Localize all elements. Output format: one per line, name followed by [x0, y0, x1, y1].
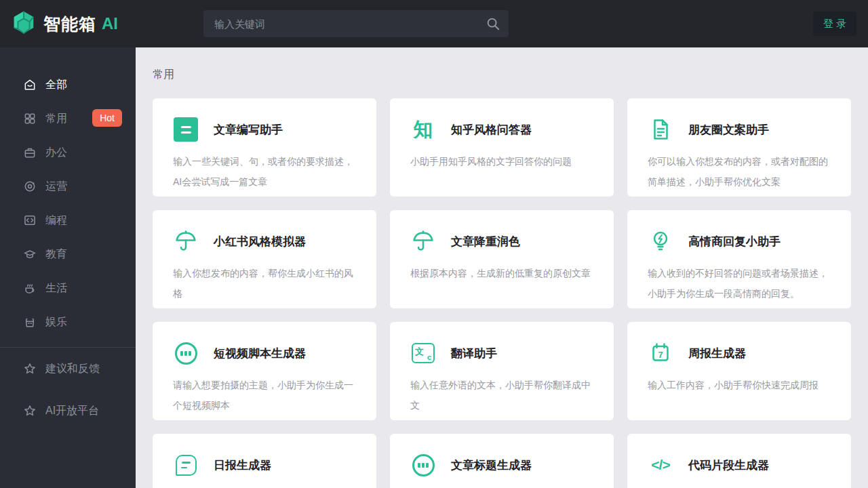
card-title: 代码片段生成器 [688, 458, 769, 473]
card-article-writer[interactable]: 文章编写助手 输入一些关键词、句，或者你的要求描述，AI会尝试写成一篇文章 [153, 98, 376, 197]
card-description: 输入你想发布的内容，帮你生成小红书的风格 [173, 263, 356, 304]
search-input[interactable] [214, 18, 486, 30]
card-moments-copy[interactable]: 朋友圈文案助手 你可以输入你想发布的内容，或者对配图的简单描述，小助手帮你优化文… [627, 98, 851, 197]
sidebar-item-all[interactable]: 全部 [0, 68, 136, 102]
svg-text:7: 7 [658, 350, 663, 360]
app-logo[interactable]: 智能箱 AI [0, 9, 136, 38]
card-title: 小红书风格模拟器 [214, 234, 306, 249]
bulb-bolt-icon [648, 228, 673, 254]
calendar-icon: 7 [648, 340, 673, 366]
hot-badge: Hot [92, 109, 122, 127]
coffee-icon [23, 281, 37, 295]
star-icon [23, 362, 37, 375]
card-title: 高情商回复小助手 [688, 234, 781, 249]
umbrella-icon [173, 228, 199, 254]
card-description: 输入任意外语的文本，小助手帮你翻译成中文 [410, 375, 593, 415]
document-icon [648, 117, 673, 142]
login-button[interactable]: 登 录 [813, 12, 856, 36]
app-title-suffix: AI [102, 14, 118, 33]
card-grid: 文章编写助手 输入一些关键词、句，或者你的要求描述，AI会尝试写成一篇文章 知 … [153, 98, 851, 488]
card-title: 短视频脚本生成器 [214, 346, 306, 361]
circle-badge-icon [173, 340, 199, 366]
card-description: 你可以输入你想发布的内容，或者对配图的简单描述，小助手帮你优化文案 [648, 151, 831, 192]
sidebar-item-life[interactable]: 生活 [0, 271, 136, 305]
sidebar-item-label: 常用 [45, 112, 67, 126]
translate-icon: 文c [410, 340, 436, 366]
card-title: 周报生成器 [688, 346, 746, 361]
sidebar-item-label: 全部 [45, 78, 67, 92]
sidebar-item-label: 建议和反馈 [45, 362, 100, 376]
sidebar-item-common[interactable]: 常用 Hot [0, 102, 136, 136]
sidebar-item-entertainment[interactable]: 娱乐 [0, 305, 136, 339]
card-title: 日报生成器 [214, 458, 271, 473]
search-icon[interactable] [486, 16, 500, 31]
card-description: 输入工作内容，小助手帮你快速完成周报 [648, 375, 831, 395]
align-lines-icon [173, 117, 199, 142]
card-translator[interactable]: 文c 翻译助手 输入任意外语的文本，小助手帮你翻译成中文 [390, 322, 614, 420]
graduation-cap-icon [23, 247, 37, 261]
star-icon [23, 404, 37, 418]
cube-logo-icon [11, 9, 37, 38]
game-icon [23, 315, 37, 329]
code-icon [23, 214, 37, 227]
sidebar-item-label: AI开放平台 [45, 404, 99, 418]
card-description: 输入一些关键词、句，或者你的要求描述，AI会尝试写成一篇文章 [173, 151, 356, 192]
card-code-snippet-generator[interactable]: </> 代码片段生成器 描述你想要的功能，输出一个代码片段 [627, 434, 851, 488]
sidebar-item-programming[interactable]: 编程 [0, 203, 136, 237]
card-zhihu-qa[interactable]: 知 知乎风格问答器 小助手用知乎风格的文字回答你的问题 [390, 98, 614, 197]
circle-badge-icon [410, 452, 436, 478]
card-weekly-report[interactable]: 7 周报生成器 输入工作内容，小助手帮你快速完成周报 [627, 322, 851, 420]
sidebar-item-education[interactable]: 教育 [0, 237, 136, 271]
sidebar-item-operations[interactable]: 运营 [0, 169, 136, 203]
sidebar-item-label: 编程 [45, 214, 67, 228]
umbrella-icon [410, 228, 436, 254]
topbar: 智能箱 AI 登 录 [0, 0, 868, 47]
card-description: 小助手用知乎风格的文字回答你的问题 [410, 151, 593, 171]
card-title: 朋友圈文案助手 [688, 122, 769, 138]
card-eq-reply[interactable]: 高情商回复小助手 输入收到的不好回答的问题或者场景描述，小助手为你生成一段高情商… [627, 210, 851, 308]
app-title: 智能箱 [43, 13, 96, 35]
sidebar-item-open-platform[interactable]: AI开放平台 [0, 390, 136, 432]
sidebar-item-label: 办公 [45, 146, 67, 160]
card-short-video-script[interactable]: 短视频脚本生成器 请输入想要拍摄的主题，小助手为你生成一个短视频脚本 [153, 322, 376, 420]
zhihu-icon: 知 [410, 117, 436, 142]
card-xiaohongshu-style[interactable]: 小红书风格模拟器 输入你想发布的内容，帮你生成小红书的风格 [153, 210, 376, 308]
sidebar-item-label: 生活 [45, 281, 67, 296]
sidebar-item-label: 运营 [45, 180, 67, 194]
card-article-title-generator[interactable]: 文章标题生成器 请输入需要起标题的文案,小助手为你生成五个 [390, 434, 614, 488]
card-daily-report[interactable]: 日报生成器 输入工作内容，小助手帮你快速完成日报 [153, 434, 376, 488]
main-content: 常用 文章编写助手 输入一些关键词、句，或者你的要求描述，AI会尝试写成一篇文章… [136, 47, 868, 488]
card-title: 文章编写助手 [214, 122, 283, 138]
section-title: 常用 [153, 47, 851, 98]
card-title: 文章降重润色 [451, 234, 520, 249]
grid-icon [23, 112, 37, 125]
card-title: 文章标题生成器 [451, 458, 532, 473]
card-description: 请输入想要拍摄的主题，小助手为你生成一个短视频脚本 [173, 375, 356, 415]
home-icon [23, 78, 37, 92]
sidebar-item-office[interactable]: 办公 [0, 136, 136, 169]
leaf-note-icon [173, 452, 199, 478]
card-article-rewrite[interactable]: 文章降重润色 根据原本内容，生成新的低重复的原创文章 [390, 210, 614, 308]
sidebar-item-label: 娱乐 [45, 315, 67, 329]
briefcase-icon [23, 146, 37, 159]
sidebar-item-label: 教育 [45, 247, 67, 262]
card-title: 知乎风格问答器 [451, 122, 532, 138]
sidebar-item-feedback[interactable]: 建议和反馈 [0, 348, 136, 390]
operations-icon [23, 180, 37, 193]
sidebar-nav: 全部 常用 Hot 办公 运营 编程 教育 生活 娱乐 [0, 47, 136, 339]
card-description: 输入收到的不好回答的问题或者场景描述，小助手为你生成一段高情商的回复。 [648, 263, 831, 304]
search-box [203, 10, 509, 37]
code-icon: </> [648, 452, 673, 478]
sidebar: 全部 常用 Hot 办公 运营 编程 教育 生活 娱乐 [0, 47, 136, 488]
card-title: 翻译助手 [451, 346, 497, 361]
card-description: 根据原本内容，生成新的低重复的原创文章 [410, 263, 593, 283]
sidebar-footer: 建议和反馈 AI开放平台 [0, 348, 136, 432]
